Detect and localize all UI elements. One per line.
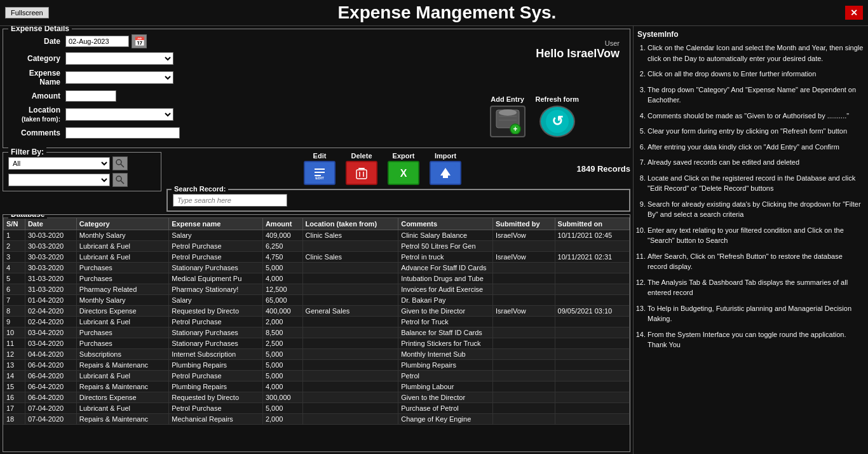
table-cell bbox=[555, 317, 629, 327]
table-cell: 02-04-2020 bbox=[25, 306, 76, 317]
main-layout: Expense Details User Hello IsraelVow Dat… bbox=[0, 26, 868, 454]
table-cell: 2,000 bbox=[262, 317, 302, 327]
amount-input[interactable] bbox=[65, 90, 116, 102]
filter-select-2[interactable] bbox=[8, 174, 110, 186]
location-select[interactable] bbox=[65, 108, 173, 121]
table-cell bbox=[555, 327, 629, 338]
table-row[interactable]: 701-04-2020Monthly SalarySalary65,000Dr.… bbox=[4, 295, 630, 306]
table-row[interactable]: 902-04-2020Lubricant & FuelPetrol Purcha… bbox=[4, 317, 630, 327]
column-header: Submitted on bbox=[555, 218, 629, 230]
table-cell: Repairs & Maintenanc bbox=[76, 414, 168, 425]
table-cell bbox=[493, 360, 555, 371]
table-row[interactable]: 1003-04-2020PurchasesStationary Purchase… bbox=[4, 327, 630, 338]
search-toolbar-wrap: Edit EDIT Delet bbox=[166, 152, 630, 212]
search-input[interactable] bbox=[173, 194, 287, 207]
table-cell: 31-03-2020 bbox=[25, 273, 76, 284]
user-label: User bbox=[536, 39, 620, 47]
table-row[interactable]: 330-03-2020Lubricant & FuelPetrol Purcha… bbox=[4, 252, 630, 263]
table-row[interactable]: 430-03-2020PurchasesStationary Purchases… bbox=[4, 263, 630, 273]
table-cell: Internet Subscription bbox=[169, 349, 263, 360]
table-cell: 8 bbox=[4, 306, 25, 317]
table-cell: Petrol in truck bbox=[398, 252, 493, 263]
table-cell bbox=[493, 338, 555, 349]
table-row[interactable]: 230-03-2020Lubricant & FuelPetrol Purcha… bbox=[4, 241, 630, 252]
db-table-wrap[interactable]: S/NDateCategoryExpense nameAmountLocatio… bbox=[3, 217, 630, 451]
fullscreen-button[interactable]: Fullscreen bbox=[5, 7, 49, 18]
table-cell bbox=[555, 382, 629, 392]
left-panel: Expense Details User Hello IsraelVow Dat… bbox=[0, 26, 633, 454]
table-cell: Clinic Salary Balance bbox=[398, 230, 493, 241]
table-cell: Invoices for Audit Exercise bbox=[398, 284, 493, 295]
close-button[interactable]: ✕ bbox=[845, 6, 863, 20]
category-row: Category bbox=[8, 52, 625, 65]
edit-icon: EDIT bbox=[304, 161, 336, 185]
filter-legend: Filter By: bbox=[8, 148, 46, 156]
table-cell bbox=[555, 403, 629, 414]
table-cell: Plumbing Repairs bbox=[398, 360, 493, 371]
table-row[interactable]: 1606-04-2020Directors ExpenseRequested b… bbox=[4, 392, 630, 403]
table-cell: 10 bbox=[4, 327, 25, 338]
table-cell: Monthly Internet Sub bbox=[398, 349, 493, 360]
table-cell bbox=[302, 241, 398, 252]
table-row[interactable]: 631-03-2020Pharmacy RelatedPharmacy Stat… bbox=[4, 284, 630, 295]
table-cell bbox=[493, 317, 555, 327]
filter-select-1[interactable]: All bbox=[8, 157, 110, 170]
column-header: Amount bbox=[262, 218, 302, 230]
table-cell: Purchases bbox=[76, 263, 168, 273]
table-cell: Given to the Director bbox=[398, 306, 493, 317]
table-row[interactable]: 1807-04-2020Repairs & MaintenancMechanic… bbox=[4, 414, 630, 425]
table-cell: 1 bbox=[4, 230, 25, 241]
import-wrap[interactable]: Import bbox=[430, 152, 461, 185]
table-cell: Requested by Directo bbox=[169, 392, 263, 403]
table-cell: 14 bbox=[4, 371, 25, 382]
table-cell: Lubricant & Fuel bbox=[76, 252, 168, 263]
delete-wrap[interactable]: Delete bbox=[346, 152, 377, 185]
table-cell: Stationary Purchases bbox=[169, 263, 263, 273]
calendar-icon[interactable]: 📅 bbox=[132, 34, 147, 48]
table-row[interactable]: 1204-04-2020SubscriptionsInternet Subscr… bbox=[4, 349, 630, 360]
table-row[interactable]: 1707-04-2020Lubricant & FuelPetrol Purch… bbox=[4, 403, 630, 414]
table-cell: 07-04-2020 bbox=[25, 414, 76, 425]
table-cell bbox=[302, 338, 398, 349]
table-cell: 30-03-2020 bbox=[25, 230, 76, 241]
column-header: Category bbox=[76, 218, 168, 230]
category-label: Category bbox=[8, 54, 65, 63]
table-row[interactable]: 1103-04-2020PurchasesStationary Purchase… bbox=[4, 338, 630, 349]
table-cell: 09/05/2021 03:10 bbox=[555, 306, 629, 317]
filter-search-btn-2[interactable] bbox=[112, 173, 128, 187]
table-cell bbox=[555, 392, 629, 403]
edit-wrap[interactable]: Edit EDIT bbox=[304, 152, 336, 185]
filter-search-btn-1[interactable] bbox=[112, 156, 128, 170]
table-row[interactable]: 802-04-2020Directors ExpenseRequested by… bbox=[4, 306, 630, 317]
refresh-form-label: Refresh form bbox=[536, 95, 579, 103]
svg-text:+: + bbox=[513, 125, 517, 134]
export-wrap[interactable]: Export X bbox=[388, 152, 419, 185]
table-row[interactable]: 531-03-2020PurchasesMedical Equipment Pu… bbox=[4, 273, 630, 284]
category-select[interactable] bbox=[65, 52, 173, 65]
user-info: User Hello IsraelVow bbox=[536, 39, 620, 60]
table-cell: Petrol Purchase bbox=[169, 241, 263, 252]
table-cell: Petrol bbox=[398, 371, 493, 382]
table-cell: 400,000 bbox=[262, 306, 302, 317]
table-row[interactable]: 1406-04-2020Lubricant & FuelPetrol Purch… bbox=[4, 371, 630, 382]
table-cell: Monthly Salary bbox=[76, 230, 168, 241]
expense-name-select[interactable] bbox=[65, 71, 173, 84]
refresh-form-wrap[interactable]: Refresh form ↺ bbox=[536, 95, 579, 137]
table-row[interactable]: 130-03-2020Monthly SalarySalary409,000Cl… bbox=[4, 230, 630, 241]
table-cell: Advance For Staff ID Cards bbox=[398, 263, 493, 273]
date-input[interactable] bbox=[65, 36, 129, 47]
table-cell: Printing Stickers for Truck bbox=[398, 338, 493, 349]
table-cell: Purchases bbox=[76, 327, 168, 338]
refresh-icon: ↺ bbox=[539, 106, 575, 137]
table-cell: Plumbing Labour bbox=[398, 382, 493, 392]
table-cell: Dr. Bakari Pay bbox=[398, 295, 493, 306]
table-cell bbox=[555, 241, 629, 252]
add-entry-wrap[interactable]: Add Entry + bbox=[490, 95, 526, 137]
column-header: Comments bbox=[398, 218, 493, 230]
comments-input[interactable] bbox=[65, 127, 180, 139]
table-row[interactable]: 1306-04-2020Repairs & MaintenancPlumbing… bbox=[4, 360, 630, 371]
expense-name-label: Expense Name bbox=[8, 69, 65, 86]
table-row[interactable]: 1506-04-2020Repairs & MaintenancPlumbing… bbox=[4, 382, 630, 392]
table-cell: Pharmacy Stationary! bbox=[169, 284, 263, 295]
sys-info-item-5: Clear your form during entry by clicking… bbox=[648, 126, 864, 137]
